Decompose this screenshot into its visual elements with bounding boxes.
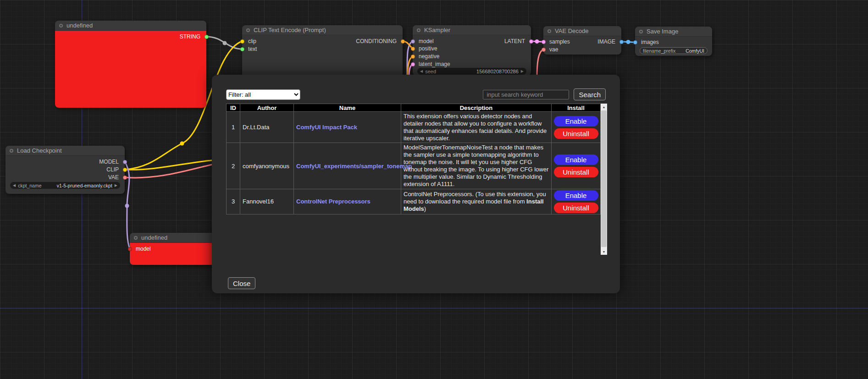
scroll-down-button[interactable]: ▼ (601, 248, 607, 255)
node-title: KSampler (424, 27, 450, 33)
node-title: Save Image (647, 28, 678, 35)
ckpt-name-widget[interactable]: ◀ ckpt_name v1-5-pruned-emaonly.ckpt ▶ (10, 182, 120, 189)
latent-output-port[interactable] (529, 39, 533, 44)
model-input-port[interactable] (128, 247, 132, 251)
increment-arrow-icon[interactable]: ▶ (115, 183, 117, 187)
uninstall-button[interactable]: Uninstall (554, 167, 598, 177)
install-cell: Enable Uninstall (552, 189, 601, 214)
filter-select[interactable]: Filter: all (226, 89, 300, 100)
node-title-bar[interactable]: Save Image (635, 27, 712, 37)
increment-arrow-icon[interactable]: ▶ (521, 69, 524, 73)
node-title-bar[interactable]: undefined (55, 21, 206, 31)
slot-label: model (136, 246, 151, 252)
vae-input-port[interactable] (542, 48, 546, 52)
row-id: 2 (227, 143, 240, 189)
extension-link[interactable]: ComfyUI_experiments/sampler_tonemap (296, 163, 412, 170)
node-clip-text-encode[interactable]: CLIP Text Encode (Prompt) clip text COND… (242, 25, 403, 78)
slot-label: negative (419, 53, 439, 60)
collapse-dot-icon[interactable] (246, 28, 250, 32)
node-body: images filename_prefix ComfyUI (635, 37, 712, 56)
close-button[interactable]: Close (228, 277, 255, 289)
collapse-dot-icon[interactable] (547, 29, 551, 33)
decrement-arrow-icon[interactable]: ◀ (13, 183, 16, 187)
enable-button[interactable]: Enable (554, 190, 598, 201)
extension-link[interactable]: ComfyUI Impact Pack (296, 124, 357, 131)
collapse-dot-icon[interactable] (417, 28, 420, 32)
node-title-bar[interactable]: undefined (130, 233, 217, 243)
collapse-dot-icon[interactable] (134, 236, 138, 240)
enable-button[interactable]: Enable (554, 154, 598, 165)
model-output-port[interactable] (123, 160, 127, 164)
widget-label: filename_prefix (643, 48, 675, 54)
vae-output-port[interactable] (123, 176, 127, 180)
graph-canvas[interactable]: undefined STRING CLIP Text Encode (Promp… (0, 0, 868, 379)
collapse-dot-icon[interactable] (10, 149, 13, 153)
table-row: 2 comfyanonymous ComfyUI_experiments/sam… (227, 143, 601, 189)
scrollbar[interactable]: ▲ ▼ (601, 104, 607, 255)
enable-button[interactable]: Enable (554, 116, 598, 126)
extension-link[interactable]: ControlNet Preprocessors (296, 198, 370, 205)
string-output-port[interactable] (205, 35, 209, 39)
slot-label: CONDITIONING (356, 38, 397, 44)
node-body: STRING (55, 31, 206, 108)
search-input[interactable] (483, 90, 569, 99)
scroll-up-button[interactable]: ▲ (601, 104, 607, 110)
uninstall-button[interactable]: Uninstall (554, 128, 598, 139)
widget-label: ckpt_name (18, 183, 41, 188)
filename-prefix-widget[interactable]: filename_prefix ComfyUI (640, 47, 708, 54)
author-cell: comfyanonymous (240, 143, 294, 189)
node-body: model positive negative latent_image LAT… (413, 35, 531, 76)
row-id: 3 (227, 189, 240, 214)
widget-value: ComfyUI (686, 48, 704, 54)
slot-label: text (248, 46, 257, 52)
conditioning-output-port[interactable] (401, 39, 405, 44)
slot-label: vae (549, 46, 558, 53)
column-header-description: Description (401, 104, 552, 112)
node-ksampler[interactable]: KSampler model positive negative latent_… (413, 25, 531, 76)
collapse-dot-icon[interactable] (59, 24, 63, 27)
node-vae-decode[interactable]: VAE Decode samples vae IMAGE (543, 26, 621, 55)
images-input-port[interactable] (633, 40, 637, 44)
node-undefined-bottom[interactable]: undefined model (130, 233, 217, 265)
widget-label: seed (425, 69, 436, 74)
node-save-image[interactable]: Save Image images filename_prefix ComfyU… (635, 27, 712, 56)
extensions-table: ID Author Name Description Install 1 Dr.… (226, 104, 601, 214)
collapse-dot-icon[interactable] (639, 30, 643, 33)
node-title: CLIP Text Encode (Prompt) (254, 27, 326, 33)
slot-label: positive (419, 45, 437, 52)
decrement-arrow-icon[interactable]: ◀ (420, 69, 423, 73)
image-output-port[interactable] (619, 40, 624, 44)
seed-widget[interactable]: ◀ seed 156680208700286 ▶ (417, 68, 526, 75)
node-title-bar[interactable]: Load Checkpoint (6, 146, 125, 156)
node-undefined-top[interactable]: undefined STRING (55, 21, 206, 108)
slot-label: VAE (108, 174, 119, 181)
node-title: VAE Decode (555, 27, 588, 34)
scrollbar-thumb[interactable] (601, 110, 607, 247)
latent-image-input-port[interactable] (411, 62, 415, 66)
custom-nodes-dialog: Filter: all Search ID Author Name Descri… (212, 75, 620, 293)
description-cell: ControlNet Preprocessors. (To use this e… (401, 189, 552, 214)
slot-label: STRING (180, 33, 200, 40)
row-id: 1 (227, 112, 240, 143)
node-title-bar[interactable]: VAE Decode (543, 26, 621, 36)
negative-input-port[interactable] (411, 55, 415, 59)
column-header-author: Author (240, 104, 294, 112)
description-cell: ModelSamplerTonemapNoiseTest a node that… (401, 143, 552, 189)
clip-output-port[interactable] (123, 168, 127, 172)
positive-input-port[interactable] (411, 47, 415, 51)
table-row: 1 Dr.Lt.Data ComfyUI Impact Pack This ex… (227, 112, 601, 143)
slot-label: LATENT (504, 38, 525, 44)
node-title: undefined (66, 22, 93, 29)
node-body: MODEL CLIP VAE ◀ ckpt_name v1-5-pruned-e… (6, 156, 125, 194)
slot-label: CLIP (106, 166, 119, 173)
node-load-checkpoint[interactable]: Load Checkpoint MODEL CLIP VAE ◀ ckpt_na… (6, 146, 125, 194)
uninstall-button[interactable]: Uninstall (554, 203, 598, 213)
node-title-bar[interactable]: KSampler (413, 25, 531, 35)
search-button[interactable]: Search (574, 88, 606, 100)
widget-value: v1-5-pruned-emaonly.ckpt (57, 183, 112, 188)
node-title-bar[interactable]: CLIP Text Encode (Prompt) (242, 25, 403, 35)
install-cell: Enable Uninstall (552, 112, 601, 143)
text-input-port[interactable] (240, 47, 244, 51)
node-title: undefined (141, 234, 167, 241)
slot-label: MODEL (99, 159, 119, 165)
